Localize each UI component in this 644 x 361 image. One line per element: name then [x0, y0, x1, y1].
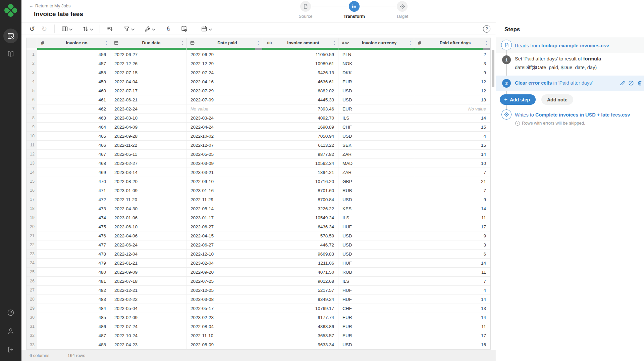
- table-cell[interactable]: 476: [37, 231, 110, 240]
- table-cell[interactable]: 10769.17: [262, 304, 338, 313]
- table-cell[interactable]: 4: [414, 132, 490, 140]
- table-cell[interactable]: ZAR: [338, 150, 414, 159]
- table-cell[interactable]: 2022-09-20: [186, 268, 262, 276]
- table-cell[interactable]: 3: [414, 59, 490, 68]
- date-menu-button[interactable]: [198, 24, 214, 34]
- table-cell[interactable]: 578.59: [262, 231, 338, 240]
- table-cell[interactable]: 14: [414, 204, 490, 213]
- delete-step-icon[interactable]: [637, 80, 643, 86]
- table-cell[interactable]: HUF: [338, 286, 414, 295]
- table-cell[interactable]: 456: [37, 50, 110, 59]
- table-cell[interactable]: 1690.89: [262, 123, 338, 131]
- clean-menu-button[interactable]: [142, 24, 158, 34]
- table-cell[interactable]: 2022-10-02: [186, 132, 262, 140]
- table-cell[interactable]: 466: [37, 141, 110, 149]
- table-cell[interactable]: 12: [414, 77, 490, 86]
- table-cell[interactable]: 14: [414, 150, 490, 159]
- table-cell[interactable]: 9177.74: [262, 313, 338, 322]
- table-cell[interactable]: 4636.61: [262, 77, 338, 86]
- table-cell[interactable]: 2022-07-25: [186, 277, 262, 285]
- table-cell[interactable]: 18: [414, 95, 490, 104]
- sidebar-item-library[interactable]: [3, 47, 18, 61]
- table-cell[interactable]: 6882.02: [262, 86, 338, 95]
- table-cell[interactable]: 4: [414, 286, 490, 295]
- table-cell[interactable]: 2022-04-15: [186, 231, 262, 240]
- table-cell[interactable]: USD: [338, 340, 414, 349]
- table-cell[interactable]: 9012.68: [262, 277, 338, 285]
- table-cell[interactable]: 16: [414, 340, 490, 349]
- table-cell[interactable]: 2022-07-17: [110, 86, 186, 95]
- table-cell[interactable]: 2022-08-04: [186, 322, 262, 331]
- table-cell[interactable]: No value: [414, 104, 490, 113]
- table-cell[interactable]: 9877.82: [262, 150, 338, 159]
- column-menu-icon[interactable]: ⋮: [484, 40, 489, 45]
- vertical-scrollbar[interactable]: [492, 50, 494, 348]
- table-cell[interactable]: 8700.84: [262, 195, 338, 204]
- table-cell[interactable]: USD: [338, 250, 414, 258]
- table-cell[interactable]: 9: [414, 195, 490, 204]
- table-cell[interactable]: 11: [414, 213, 490, 222]
- table-cell[interactable]: 2022-11-10: [186, 331, 262, 340]
- table-cell[interactable]: 10989.61: [262, 59, 338, 68]
- table-cell[interactable]: 468: [37, 159, 110, 168]
- table-cell[interactable]: 478: [37, 250, 110, 258]
- table-cell[interactable]: CHF: [338, 304, 414, 313]
- table-cell[interactable]: 9633.34: [262, 340, 338, 349]
- table-cell[interactable]: 2023-03-08: [186, 295, 262, 304]
- table-cell[interactable]: MAD: [338, 159, 414, 168]
- table-cell[interactable]: 7: [414, 168, 490, 177]
- table-cell[interactable]: 17: [414, 222, 490, 231]
- table-cell[interactable]: 462: [37, 104, 110, 113]
- table-cell[interactable]: 2022-05-25: [186, 150, 262, 159]
- table-cell[interactable]: HUF: [338, 295, 414, 304]
- table-cell[interactable]: 484: [37, 304, 110, 313]
- table-cell[interactable]: 481: [37, 277, 110, 285]
- table-cell[interactable]: 2023-03-09: [186, 159, 262, 168]
- table-cell[interactable]: 10716.20: [262, 177, 338, 186]
- scrollbar-thumb[interactable]: [492, 50, 494, 87]
- sort-menu-button[interactable]: [79, 24, 96, 34]
- table-cell[interactable]: 485: [37, 313, 110, 322]
- table-cell[interactable]: ILS: [338, 213, 414, 222]
- table-cell[interactable]: 2022-04-16: [186, 77, 262, 86]
- table-cell[interactable]: 15: [414, 141, 490, 149]
- table-cell[interactable]: 2022-09-28: [110, 132, 186, 140]
- table-cell[interactable]: 474: [37, 213, 110, 222]
- table-cell[interactable]: 2022-05-11: [110, 150, 186, 159]
- table-cell[interactable]: 467: [37, 150, 110, 159]
- table-cell[interactable]: 469: [37, 168, 110, 177]
- table-cell[interactable]: 2022-06-29: [186, 50, 262, 59]
- table-cell[interactable]: 3226.22: [262, 204, 338, 213]
- toolbar-help-icon[interactable]: ?: [483, 25, 490, 33]
- table-cell[interactable]: DKK: [338, 68, 414, 77]
- table-cell[interactable]: ILS: [338, 114, 414, 122]
- table-cell[interactable]: 15: [414, 123, 490, 131]
- target-file-link[interactable]: Complete invoices in USD + late fees.csv: [535, 112, 630, 118]
- table-cell[interactable]: HUF: [338, 259, 414, 267]
- table-cell[interactable]: 2022-07-09: [186, 95, 262, 104]
- back-to-jobs-link[interactable]: ← Return to My Jobs: [29, 3, 71, 8]
- table-cell[interactable]: 7: [414, 186, 490, 195]
- table-cell[interactable]: 446.72: [262, 240, 338, 249]
- table-cell[interactable]: 2022-04-04: [110, 77, 186, 86]
- table-cell[interactable]: EUR: [338, 104, 414, 113]
- column-header-invoice-no[interactable]: # Invoice no ⋮: [37, 38, 110, 48]
- table-cell[interactable]: 2022-06-10: [110, 222, 186, 231]
- filter-menu-button[interactable]: [121, 24, 137, 34]
- table-cell[interactable]: 458: [37, 68, 110, 77]
- table-cell[interactable]: USD: [338, 86, 414, 95]
- table-cell[interactable]: 6436.34: [262, 222, 338, 231]
- table-cell[interactable]: 2023-03-14: [110, 168, 186, 177]
- table-cell[interactable]: 2022-04-06: [110, 231, 186, 240]
- table-cell[interactable]: 2022-08-20: [110, 177, 186, 186]
- table-cell[interactable]: 3653.57: [262, 331, 338, 340]
- table-cell[interactable]: 6113.22: [262, 141, 338, 149]
- column-menu-icon[interactable]: ⋮: [332, 40, 337, 45]
- step-2-description[interactable]: Clear error cells in 'Paid after days': [515, 80, 593, 86]
- table-cell[interactable]: 2023-02-09: [110, 313, 186, 322]
- formula-button[interactable]: fx: [162, 24, 174, 34]
- table-cell[interactable]: 2022-06-24: [110, 240, 186, 249]
- help-icon[interactable]: [3, 305, 18, 320]
- table-cell[interactable]: 4868.86: [262, 322, 338, 331]
- table-cell[interactable]: 14: [414, 295, 490, 304]
